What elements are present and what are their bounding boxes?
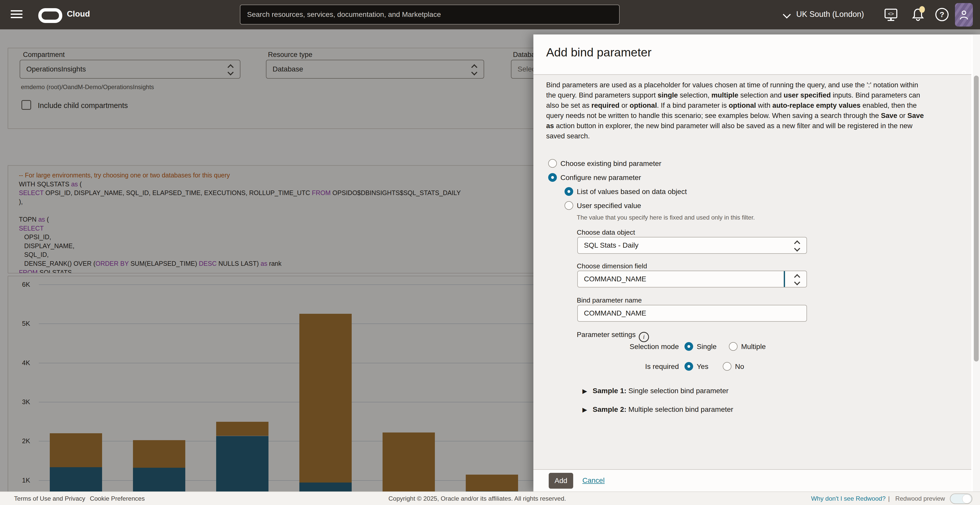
oracle-logo-icon[interactable]	[38, 8, 62, 23]
description-segment: or	[897, 112, 907, 119]
cookie-preferences-link[interactable]: Cookie Preferences	[90, 495, 145, 502]
description-segment: or	[619, 101, 630, 109]
stepper-down-icon	[794, 245, 800, 252]
svg-text:<>: <>	[888, 11, 894, 17]
page-footer: Terms of Use and Privacy Cookie Preferen…	[0, 491, 980, 505]
region-chevron-down-icon[interactable]	[783, 11, 791, 18]
description-segment: selection and	[738, 91, 783, 99]
toggle-knob	[962, 494, 971, 503]
data-object-select[interactable]: SQL Stats - Daily	[577, 237, 807, 254]
radio-choose-existing-label: Choose existing bind parameter	[560, 159, 661, 168]
cancel-link[interactable]: Cancel	[582, 476, 605, 484]
info-icon[interactable]: i	[639, 332, 649, 342]
disclosure-triangle-icon: ▶	[582, 387, 587, 395]
radio-choose-existing[interactable]	[548, 159, 557, 168]
redwood-preview-label: Redwood preview	[895, 495, 945, 502]
radio-selection-single-label: Single	[697, 342, 717, 351]
redwood-why-link[interactable]: Why don't I see Redwood?	[811, 495, 886, 502]
dimension-field-select[interactable]: COMMAND_NAME	[577, 271, 807, 287]
footer-divider: |	[888, 495, 890, 502]
description-segment: user specified	[783, 91, 831, 99]
dimension-field-value: COMMAND_NAME	[584, 275, 646, 283]
redwood-preview-toggle[interactable]	[950, 494, 972, 504]
sample-1-disclosure[interactable]: ▶ Sample 1: Single selection bind parame…	[582, 386, 729, 396]
svg-text:?: ?	[940, 10, 944, 19]
radio-required-yes[interactable]	[684, 362, 693, 371]
sample-1-bold: Sample 1:	[593, 387, 626, 395]
description-segment: action button in explorer, the new bind …	[546, 122, 912, 140]
sample-2-disclosure[interactable]: ▶ Sample 2: Multiple selection bind para…	[582, 405, 733, 414]
hamburger-menu-icon[interactable]	[11, 10, 22, 19]
radio-list-of-values-label: List of values based on data object	[577, 187, 687, 196]
sample-1-text: Single selection bind parameter	[627, 387, 729, 395]
parameter-settings-label: Parameter settings	[577, 331, 636, 339]
user-specified-help: The value that you specify here is fixed…	[577, 214, 755, 221]
terms-link[interactable]: Terms of Use and Privacy	[14, 495, 85, 502]
selection-mode-label: Selection mode	[577, 342, 679, 351]
copyright-text: Copyright © 2025, Oracle and/or its affi…	[388, 495, 566, 502]
notifications-bell-icon[interactable]	[911, 7, 925, 22]
radio-required-no-label: No	[735, 362, 744, 371]
bind-parameter-name-label: Bind parameter name	[577, 296, 642, 304]
notification-badge	[919, 6, 925, 13]
description-segment: selection,	[678, 91, 711, 99]
radio-user-specified[interactable]	[565, 201, 573, 210]
description-segment: . If a bind parameter is	[657, 101, 729, 109]
app-root: Cloud UK South (London) <> ? Compartment…	[0, 0, 980, 505]
radio-selection-multiple[interactable]	[729, 342, 738, 351]
scrollbar-thumb[interactable]	[974, 76, 979, 362]
description-segment: optional	[729, 101, 756, 109]
parameter-settings-title: Parameter settingsi	[577, 331, 649, 342]
description-segment: optional	[630, 101, 657, 109]
description-segment: Save	[881, 112, 897, 119]
description-segment: single	[658, 91, 678, 99]
bind-parameter-name-value: COMMAND_NAME	[584, 309, 646, 317]
panel-title: Add bind parameter	[546, 45, 652, 59]
data-object-label: Choose data object	[577, 228, 635, 236]
info-glyph: i	[643, 334, 645, 340]
radio-configure-new-label: Configure new parameter	[560, 173, 641, 182]
help-icon[interactable]: ?	[935, 7, 950, 22]
radio-list-of-values[interactable]	[565, 187, 573, 196]
add-bind-parameter-panel: Add bind parameter Bind parameters are u…	[533, 35, 980, 491]
radio-configure-new[interactable]	[548, 173, 557, 182]
stepper-down-icon	[794, 279, 800, 285]
radio-selection-multiple-label: Multiple	[741, 342, 765, 351]
sample-2-text: Multiple selection bind parameter	[627, 405, 733, 413]
description-segment: auto-replace empty values	[772, 101, 860, 109]
radio-selection-single[interactable]	[684, 342, 693, 351]
is-required-label: Is required	[577, 362, 679, 371]
description-segment: required	[591, 101, 619, 109]
top-header-bar: Cloud UK South (London) <> ?	[0, 0, 980, 29]
region-selector[interactable]: UK South (London)	[796, 10, 864, 19]
disclosure-triangle-icon: ▶	[582, 406, 587, 413]
focus-indicator	[784, 271, 785, 287]
panel-header: Add bind parameter	[533, 35, 980, 75]
cloud-shell-icon[interactable]: <>	[883, 7, 898, 22]
person-icon	[958, 9, 969, 21]
brand-label: Cloud	[67, 9, 90, 19]
data-object-value: SQL Stats - Daily	[584, 241, 638, 249]
radio-required-yes-label: Yes	[697, 362, 708, 371]
description-segment: with	[756, 101, 772, 109]
search-input[interactable]	[240, 5, 620, 24]
description-segment: multiple	[711, 91, 738, 99]
sample-2-bold: Sample 2:	[593, 405, 626, 413]
add-button[interactable]: Add	[549, 473, 573, 489]
radio-required-no[interactable]	[723, 362, 732, 371]
panel-description: Bind parameters are used as a placeholde…	[546, 80, 926, 141]
bind-parameter-name-input[interactable]: COMMAND_NAME	[577, 305, 807, 322]
panel-footer: Add Cancel	[533, 469, 980, 491]
radio-user-specified-label: User specified value	[577, 201, 641, 210]
dimension-field-label: Choose dimension field	[577, 262, 647, 270]
user-avatar[interactable]	[955, 3, 973, 27]
